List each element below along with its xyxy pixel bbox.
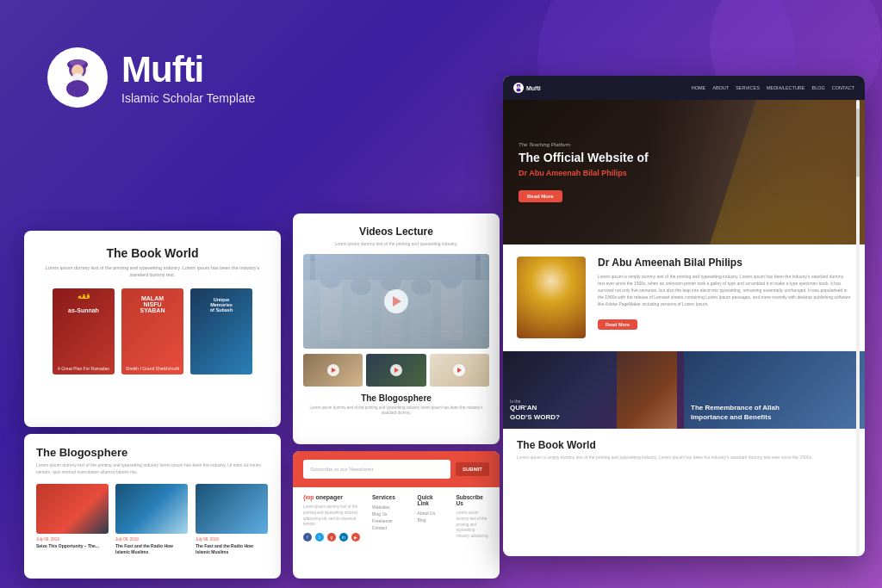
thumb-play-2 — [390, 364, 402, 376]
remembrance-label: The Remembrance of AllahImportance and B… — [691, 404, 780, 422]
footer-logo: {wp onepager — [303, 494, 360, 500]
book-cover-1: فقه as-Sunnah A Great Plan For Ramadan — [53, 288, 115, 374]
social-icons-row: f t g in ▶ — [303, 533, 360, 542]
video-thumb-3[interactable] — [430, 354, 489, 387]
video-thumb-2[interactable] — [366, 354, 425, 387]
blog-caption-2: The Fast and the Radio How Islamic Musli… — [115, 543, 189, 554]
card-main-website: Mufti HOME ABOUT SERVICES MEDIA/LECTURE … — [503, 76, 865, 556]
newsletter-submit-btn[interactable]: SUBMIT — [456, 462, 489, 476]
book-title-2: MALAMNISFUSYABAN — [121, 288, 183, 313]
quran-text: Is the QUR'ANGOD'S WORD? — [510, 399, 560, 422]
footer-logo-prefix: {wp — [303, 494, 314, 500]
quicklink-col-title: Quick Link — [418, 494, 444, 506]
svg-point-14 — [351, 278, 371, 295]
blog-post-2: July 06, 2019 The Fast and the Radio How… — [115, 484, 189, 554]
blog-title: The Blogosphere — [36, 446, 269, 459]
footer-col-quicklink: Quick Link About Us Blog — [418, 494, 444, 542]
nav-media[interactable]: MEDIA/LECTURE — [767, 85, 805, 90]
blog-post-1: July 06, 2019 Seize This Opportunity – T… — [36, 484, 109, 554]
facebook-icon[interactable]: f — [303, 533, 312, 542]
subscribe-text: Lorem ipsum dummy text of the printing a… — [456, 511, 489, 540]
videos-title: Videos Lecture — [303, 226, 489, 238]
blog-caption-3: The Fast and the Radio How Islamic Musli… — [196, 543, 269, 554]
nav-blog[interactable]: BLOG — [812, 85, 825, 90]
video-thumb-1[interactable] — [303, 354, 363, 387]
nav-scholar-icon — [514, 84, 523, 92]
card-videos: Videos Lecture Lorem ipsum dummy text of… — [293, 214, 500, 444]
book-label-2: Sheikh I Grand Sheikh/mufti — [121, 366, 183, 372]
scroll-indicator[interactable] — [856, 100, 860, 556]
feature-cards-row: Is the QUR'ANGOD'S WORD? The Remembrance… — [503, 351, 865, 429]
footer-small-text: Lorem ipsum dummy text of the printing a… — [303, 504, 360, 528]
svg-rect-18 — [303, 254, 489, 280]
twitter-icon[interactable]: t — [315, 533, 324, 542]
service-item-1: Websites — [372, 504, 406, 510]
videos-desc: Lorem ipsum dummy text of the printing a… — [303, 241, 489, 247]
book-cover-2: MALAMNISFUSYABAN Sheikh I Grand Sheikh/m… — [121, 288, 183, 374]
website-nav: Mufti HOME ABOUT SERVICES MEDIA/LECTURE … — [503, 76, 865, 100]
services-col-title: Services — [372, 494, 406, 500]
book-world-title: The Book World — [38, 246, 267, 260]
brand-title: Mufti — [121, 50, 255, 90]
thumb-play-3 — [453, 364, 465, 376]
card-book-world: The Book World Lorem ipsum dummy text of… — [24, 231, 281, 427]
hero-scholar-name: Dr Abu Ameenah Bilal Philips — [519, 169, 649, 177]
blog-meta-3: July 06, 2019 — [196, 537, 269, 542]
newsletter-input[interactable]: Subscribe to our Newsletter — [303, 460, 450, 479]
blogosphere-desc-in-video-card: Lorem ipsum dummy text of the printing a… — [303, 405, 489, 417]
brand-logo — [47, 47, 108, 108]
hero-welcome: The Teaching Platform — [519, 142, 649, 147]
svg-point-27 — [516, 89, 520, 92]
scholar-read-more-btn[interactable]: Read More — [598, 319, 637, 330]
thumb-play-1 — [327, 364, 339, 376]
service-item-2: Blog Us — [372, 511, 406, 517]
card-blogosphere: The Blogosphere Lorem ipsum dummy text o… — [24, 434, 281, 579]
video-thumbnails — [303, 354, 489, 387]
remembrance-card[interactable]: The Remembrance of AllahImportance and B… — [684, 351, 865, 429]
nav-home[interactable]: HOME — [692, 85, 706, 90]
main-book-world-desc: Lorem ipsum is simply dummy text of the … — [517, 455, 851, 461]
blog-meta-2: July 06, 2019 — [115, 537, 189, 542]
nav-logo-text: Mufti — [526, 85, 541, 91]
googleplus-icon[interactable]: g — [327, 533, 336, 542]
scholar-icon — [56, 56, 99, 99]
hero-read-more-btn[interactable]: Read More — [519, 190, 562, 202]
newsletter-placeholder: Subscribe to our Newsletter — [310, 467, 374, 472]
footer-col-subscribe: Subscribe Us Lorem ipsum dummy text of t… — [456, 494, 489, 542]
service-item-3: Freelancer — [372, 518, 406, 523]
svg-point-26 — [518, 87, 519, 89]
footer-logo-name: onepager — [314, 494, 342, 500]
svg-point-4 — [72, 73, 83, 80]
video-main[interactable] — [303, 254, 489, 349]
scholar-photo — [517, 257, 586, 338]
book-title-3: UniqueMemoriesof Subash — [190, 288, 252, 313]
mosque-illustration — [303, 254, 489, 349]
video-main-inner — [303, 254, 489, 349]
website-nav-logo: Mufti — [513, 83, 541, 93]
book-world-desc: Lorem ipsum dummy text of the printing a… — [38, 265, 267, 278]
nav-services[interactable]: SERVICES — [736, 85, 760, 90]
blog-caption-1: Seize This Opportunity – The... — [36, 543, 109, 549]
footer-col-logo: {wp onepager Lorem ipsum dummy text of t… — [303, 494, 360, 542]
blog-post-img-2 — [115, 484, 188, 534]
hero-person-bg — [710, 100, 865, 244]
blog-meta-1: July 06, 2019 — [36, 537, 109, 542]
quran-main-label: QUR'ANGOD'S WORD? — [510, 404, 560, 422]
brand-subtitle: Islamic Scholar Template — [121, 91, 255, 105]
linkedin-icon[interactable]: in — [339, 533, 348, 542]
books-row: فقه as-Sunnah A Great Plan For Ramadan M… — [38, 288, 267, 374]
quran-person-bg — [617, 351, 677, 429]
website-hero: The Teaching Platform The Official Websi… — [503, 100, 865, 244]
youtube-icon[interactable]: ▶ — [351, 533, 360, 542]
quran-card[interactable]: Is the QUR'ANGOD'S WORD? — [503, 351, 684, 429]
svg-point-16 — [411, 278, 432, 295]
scholar-full-name: Dr Abu Ameenah Bilal Philips — [598, 257, 851, 269]
blog-post-img-3 — [196, 484, 268, 534]
quicklink-item-1: About Us — [418, 511, 444, 516]
book-label-1: A Great Plan For Ramadan — [53, 366, 115, 372]
service-item-4: Contact — [372, 525, 406, 530]
nav-about[interactable]: ABOUT — [712, 85, 729, 90]
nav-contact[interactable]: CONTACT — [832, 85, 854, 90]
book-cover-3: UniqueMemoriesof Subash — [190, 288, 252, 374]
card-newsletter: Subscribe to our Newsletter SUBMIT {wp o… — [293, 451, 500, 579]
